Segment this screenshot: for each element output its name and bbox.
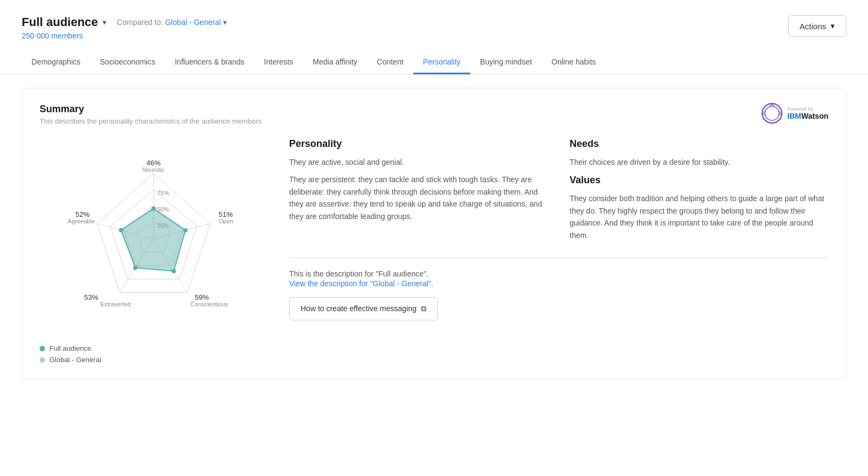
personality-col-left: Personality They are active, social and …	[289, 138, 548, 247]
personality-text-2: They are persistent: they can tackle and…	[289, 173, 548, 222]
messaging-button-label: How to create effective messaging	[301, 304, 417, 313]
ibm-watson-logo: Powered by IBMWatson	[760, 101, 828, 125]
tab-personality[interactable]: Personality	[413, 51, 470, 74]
svg-text:Agreeable: Agreeable	[68, 218, 95, 224]
personality-heading: Personality	[289, 138, 548, 150]
divider	[289, 258, 828, 258]
page-wrapper: Full audience ▾ Compared to: Global - Ge…	[0, 0, 868, 476]
needs-text: Their choices are driven by a desire for…	[570, 156, 828, 168]
radar-chart: .ring { fill: none; stroke: #ccc; stroke…	[50, 138, 257, 333]
tab-media-affinity[interactable]: Media affinity	[303, 51, 367, 74]
needs-heading: Needs	[570, 138, 828, 150]
legend-label-global: Global - General	[49, 356, 101, 364]
description-text: This is the description for "Full audien…	[289, 269, 429, 278]
legend-dot-full	[40, 346, 45, 351]
members-count: 250 000 members	[22, 31, 227, 40]
summary-subtitle: This describes the personality character…	[40, 117, 828, 125]
svg-text:50%: 50%	[157, 206, 169, 213]
content-grid: .ring { fill: none; stroke: #ccc; stroke…	[40, 138, 828, 364]
compared-to-link[interactable]: Global - General ▾	[165, 18, 227, 27]
values-heading: Values	[570, 175, 828, 186]
svg-text:46%: 46%	[146, 159, 161, 167]
summary-header: Summary This describes the personality c…	[40, 104, 828, 125]
legend-dot-global	[40, 357, 45, 363]
legend: Full audience Global - General	[40, 344, 267, 364]
header: Full audience ▾ Compared to: Global - Ge…	[0, 0, 868, 40]
tab-demographics[interactable]: Demographics	[22, 51, 90, 74]
legend-item-global: Global - General	[40, 356, 267, 364]
external-link-icon: ⧉	[421, 304, 426, 313]
svg-text:59%: 59%	[195, 293, 209, 301]
svg-point-25	[119, 228, 123, 232]
personality-text-1: They are active, social and genial.	[289, 156, 548, 168]
values-text: They consider both tradition and helping…	[570, 192, 828, 241]
tab-online-habits[interactable]: Online habits	[542, 51, 606, 74]
personality-section: Personality They are active, social and …	[289, 138, 828, 364]
svg-text:Conscientious: Conscientious	[190, 301, 228, 307]
svg-text:Open: Open	[219, 218, 233, 224]
svg-text:75%: 75%	[157, 190, 169, 196]
tab-influencers[interactable]: Influencers & brands	[165, 51, 254, 74]
personality-grid: Personality They are active, social and …	[289, 138, 828, 247]
svg-marker-20	[121, 209, 186, 271]
personality-col-right: Needs Their choices are driven by a desi…	[570, 138, 828, 247]
svg-point-24	[133, 266, 138, 270]
description-link[interactable]: View the description for "Global - Gener…	[289, 279, 433, 288]
main-content: Summary This describes the personality c…	[0, 75, 868, 393]
svg-point-22	[183, 228, 188, 233]
audience-name: Full audience	[22, 15, 98, 29]
svg-point-23	[171, 269, 176, 273]
actions-button[interactable]: Actions ▾	[788, 15, 846, 37]
tab-socioeconomics[interactable]: Socioeconomics	[90, 51, 165, 74]
svg-text:51%: 51%	[219, 210, 233, 218]
nav-tabs: Demographics Socioeconomics Influencers …	[0, 51, 868, 75]
tab-buying-mindset[interactable]: Buying mindset	[470, 51, 542, 74]
svg-text:Neurotic: Neurotic	[143, 166, 165, 173]
svg-text:Extraverted: Extraverted	[100, 301, 131, 307]
radar-section: .ring { fill: none; stroke: #ccc; stroke…	[40, 138, 267, 364]
svg-point-21	[151, 207, 156, 211]
ibm-watson-icon	[760, 101, 784, 125]
audience-chevron-icon[interactable]: ▾	[103, 18, 106, 27]
header-left: Full audience ▾ Compared to: Global - Ge…	[22, 15, 227, 40]
compared-to-label: Compared to: Global - General ▾	[117, 18, 227, 27]
messaging-button[interactable]: How to create effective messaging ⧉	[289, 297, 438, 320]
svg-text:52%: 52%	[75, 210, 90, 218]
summary-title: Summary	[40, 104, 828, 115]
tab-content[interactable]: Content	[367, 51, 413, 74]
ibm-watson-text: Powered by IBMWatson	[787, 106, 828, 120]
tab-interests[interactable]: Interests	[254, 51, 303, 74]
description-block: This is the description for "Full audien…	[289, 269, 828, 288]
legend-label-full: Full audience	[49, 344, 91, 352]
legend-item-full: Full audience	[40, 344, 267, 352]
svg-text:53%: 53%	[84, 293, 98, 301]
summary-card: Summary This describes the personality c…	[22, 88, 846, 379]
audience-title: Full audience ▾ Compared to: Global - Ge…	[22, 15, 227, 29]
svg-point-1	[765, 106, 779, 120]
